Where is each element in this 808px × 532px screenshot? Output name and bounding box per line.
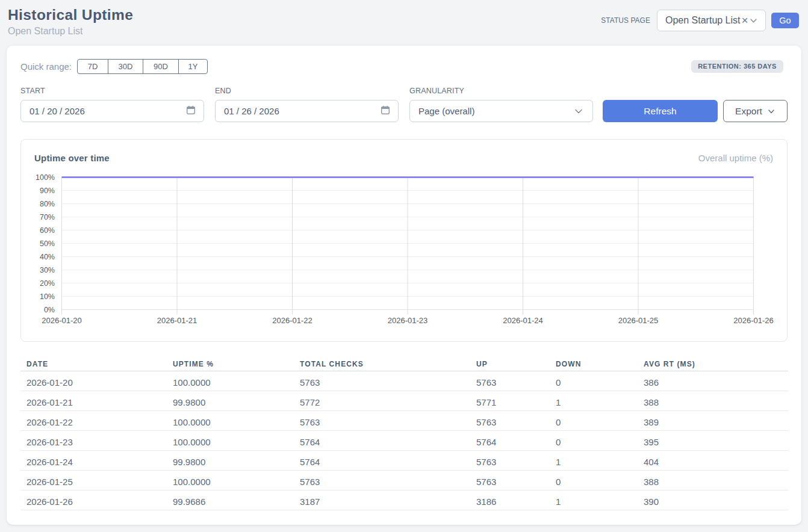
svg-text:2026-01-22: 2026-01-22: [272, 316, 312, 325]
svg-text:40%: 40%: [40, 253, 55, 261]
svg-text:10%: 10%: [40, 292, 55, 301]
svg-text:70%: 70%: [40, 213, 55, 221]
svg-text:30%: 30%: [40, 266, 55, 274]
svg-text:2026-01-24: 2026-01-24: [503, 316, 543, 325]
svg-text:2026-01-21: 2026-01-21: [157, 316, 197, 325]
svg-text:80%: 80%: [40, 200, 55, 208]
svg-text:20%: 20%: [40, 279, 55, 288]
svg-text:2026-01-20: 2026-01-20: [42, 316, 82, 325]
svg-text:90%: 90%: [40, 187, 55, 195]
svg-text:100%: 100%: [36, 173, 55, 182]
svg-text:2026-01-26: 2026-01-26: [733, 316, 774, 325]
svg-text:2026-01-25: 2026-01-25: [618, 316, 659, 325]
svg-text:0%: 0%: [44, 306, 55, 314]
svg-text:50%: 50%: [40, 240, 55, 248]
svg-text:2026-01-23: 2026-01-23: [388, 316, 428, 325]
svg-text:60%: 60%: [40, 226, 55, 235]
